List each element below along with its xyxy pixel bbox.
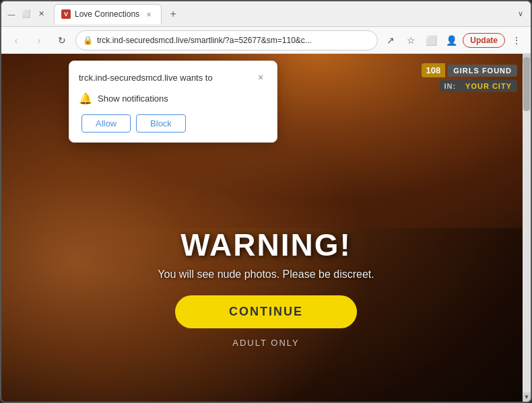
scroll-down-arrow[interactable]: ▼ <box>523 392 531 402</box>
in-label: IN: <box>440 80 460 92</box>
warning-section: WARNING! You will see nude photos. Pleas… <box>1 227 531 348</box>
page-content: 108 GIRLS FOUND IN: YOUR CITY trck.ind-s… <box>1 54 531 402</box>
popup-description: Show notifications <box>98 94 168 104</box>
active-tab[interactable]: V Love Connections × <box>54 4 162 24</box>
girls-count-row: 108 GIRLS FOUND <box>422 63 517 77</box>
adult-only-label: ADULT ONLY <box>15 338 517 348</box>
nav-actions: ↗ ☆ ⬜ 👤 Update ⋮ <box>382 32 525 49</box>
scrollbar[interactable]: ▲ ▼ <box>523 54 531 402</box>
tab-bar: V Love Connections × + <box>54 4 512 24</box>
share-button[interactable]: ↗ <box>382 32 399 49</box>
bookmark-button[interactable]: ☆ <box>402 32 420 49</box>
address-bar[interactable] <box>97 36 370 45</box>
girls-count: 108 <box>422 63 446 77</box>
popup-header: trck.ind-securedsmcd.live wants to × <box>79 71 267 84</box>
title-bar-actions: ∨ <box>516 9 525 19</box>
tab-title: Love Connections <box>75 9 139 19</box>
city-name: YOUR CITY <box>460 80 517 92</box>
close-button[interactable]: ✕ <box>36 9 46 19</box>
bell-icon: 🔔 <box>79 92 92 105</box>
forward-button[interactable]: › <box>30 31 48 50</box>
continue-button[interactable]: CONTINUE <box>175 295 357 328</box>
menu-button[interactable]: ⋮ <box>508 32 525 49</box>
notification-popup: trck.ind-securedsmcd.live wants to × 🔔 S… <box>69 61 277 143</box>
chevron-down-icon[interactable]: ∨ <box>516 9 525 19</box>
update-button[interactable]: Update <box>463 33 505 48</box>
block-button[interactable]: Block <box>136 114 186 133</box>
popup-title: trck.ind-securedsmcd.live wants to <box>79 73 213 83</box>
new-tab-button[interactable]: + <box>164 5 182 23</box>
refresh-button[interactable]: ↻ <box>53 31 71 50</box>
nav-bar: ‹ › ↻ 🔒 ↗ ☆ ⬜ 👤 Update ⋮ <box>1 27 531 54</box>
title-bar: — ⬜ ✕ V Love Connections × + ∨ <box>1 1 531 27</box>
girls-found-label: GIRLS FOUND <box>448 65 517 77</box>
window-controls: — ⬜ ✕ <box>7 9 46 19</box>
warning-subtitle: You will see nude photos. Please be disc… <box>15 268 517 281</box>
lock-icon: 🔒 <box>83 36 93 45</box>
allow-button[interactable]: Allow <box>81 114 131 133</box>
back-button[interactable]: ‹ <box>7 31 26 50</box>
profile-button[interactable]: 👤 <box>442 32 460 49</box>
scrollbar-thumb[interactable] <box>523 57 530 111</box>
address-bar-container[interactable]: 🔒 <box>75 30 378 50</box>
tab-favicon: V <box>61 9 71 19</box>
extensions-button[interactable]: ⬜ <box>422 32 440 49</box>
maximize-button[interactable]: ⬜ <box>22 9 31 19</box>
warning-title: WARNING! <box>15 227 517 263</box>
girls-badge: 108 GIRLS FOUND IN: YOUR CITY <box>422 63 517 92</box>
tab-close-button[interactable]: × <box>143 9 154 20</box>
minimize-button[interactable]: — <box>7 9 16 19</box>
browser-window: — ⬜ ✕ V Love Connections × + ∨ ‹ › ↻ 🔒 ↗… <box>0 0 532 403</box>
popup-buttons: Allow Block <box>79 114 267 133</box>
city-row: IN: YOUR CITY <box>440 80 517 92</box>
popup-close-button[interactable]: × <box>254 71 267 84</box>
popup-content-row: 🔔 Show notifications <box>79 92 267 105</box>
